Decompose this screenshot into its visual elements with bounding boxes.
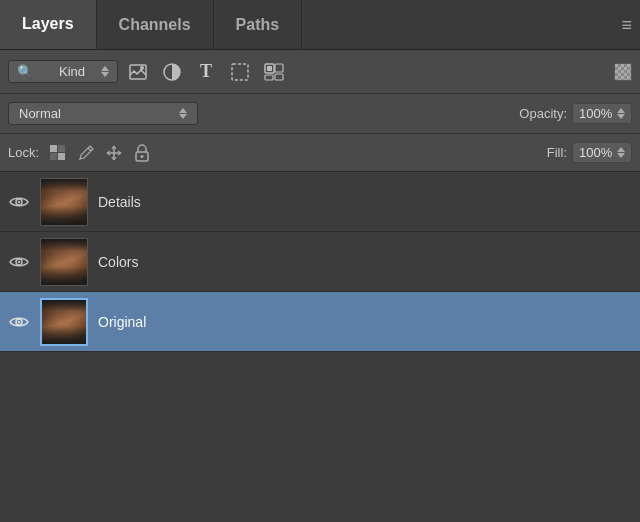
tab-layers[interactable]: Layers xyxy=(0,0,97,49)
layer-thumb-colors xyxy=(40,238,88,286)
fill-spinner-up-icon xyxy=(617,147,625,152)
smart-filter-icon[interactable] xyxy=(260,58,288,86)
color-sample-icon xyxy=(614,63,632,81)
fill-spinner-down-icon xyxy=(617,153,625,158)
layer-list: Details Colors Original xyxy=(0,172,640,352)
blend-spinner-down-icon xyxy=(179,114,187,119)
svg-point-18 xyxy=(18,260,20,262)
svg-rect-11 xyxy=(50,153,57,160)
opacity-spinner-up-icon xyxy=(617,108,625,113)
opacity-section: Opacity: 100% xyxy=(519,103,632,124)
tab-channels[interactable]: Channels xyxy=(97,0,214,49)
opacity-input[interactable]: 100% xyxy=(572,103,632,124)
layer-name-details: Details xyxy=(98,194,141,210)
kind-filter-dropdown[interactable]: 🔍 Kind xyxy=(8,60,118,83)
svg-rect-7 xyxy=(265,75,273,80)
svg-point-14 xyxy=(141,155,144,158)
lock-image-pixels-icon[interactable] xyxy=(75,142,97,164)
layer-name-original: Original xyxy=(98,314,146,330)
svg-rect-9 xyxy=(50,145,57,152)
filter-toolbar: 🔍 Kind T xyxy=(0,50,640,94)
search-icon: 🔍 xyxy=(17,64,55,79)
lock-position-icon[interactable] xyxy=(103,142,125,164)
layer-item-original[interactable]: Original xyxy=(0,292,640,352)
svg-point-1 xyxy=(140,66,144,70)
lock-all-icon[interactable] xyxy=(131,142,153,164)
type-filter-icon[interactable]: T xyxy=(192,58,220,86)
blend-opacity-toolbar: Normal Opacity: 100% xyxy=(0,94,640,134)
tab-bar: Layers Channels Paths ≡ xyxy=(0,0,640,50)
fill-spinner[interactable] xyxy=(617,147,625,158)
spinner-up-icon xyxy=(101,66,109,71)
lock-label: Lock: xyxy=(8,145,39,160)
opacity-label: Opacity: xyxy=(519,106,567,121)
adjustment-filter-icon[interactable] xyxy=(158,58,186,86)
blend-mode-dropdown[interactable]: Normal xyxy=(8,102,198,125)
opacity-spinner-down-icon xyxy=(617,114,625,119)
lock-fill-toolbar: Lock: F xyxy=(0,134,640,172)
svg-rect-10 xyxy=(58,145,65,152)
fill-label: Fill: xyxy=(547,145,567,160)
spinner-down-icon xyxy=(101,72,109,77)
svg-point-20 xyxy=(18,320,20,322)
blend-spinner[interactable] xyxy=(179,108,187,119)
svg-rect-6 xyxy=(275,64,283,72)
svg-rect-5 xyxy=(267,66,272,71)
svg-rect-3 xyxy=(232,64,248,80)
layer-item-colors[interactable]: Colors xyxy=(0,232,640,292)
layer-visibility-details[interactable] xyxy=(8,191,30,213)
tab-paths[interactable]: Paths xyxy=(214,0,303,49)
layer-visibility-colors[interactable] xyxy=(8,251,30,273)
layer-visibility-original[interactable] xyxy=(8,311,30,333)
fill-section: Fill: 100% xyxy=(547,142,632,163)
blend-spinner-up-icon xyxy=(179,108,187,113)
layer-name-colors: Colors xyxy=(98,254,138,270)
layer-item-details[interactable]: Details xyxy=(0,172,640,232)
layer-thumb-details xyxy=(40,178,88,226)
layer-thumb-original xyxy=(40,298,88,346)
kind-spinner[interactable] xyxy=(101,66,109,77)
lock-transparent-icon[interactable] xyxy=(47,142,69,164)
shape-filter-icon[interactable] xyxy=(226,58,254,86)
svg-point-16 xyxy=(18,200,20,202)
svg-rect-8 xyxy=(275,74,283,80)
opacity-spinner[interactable] xyxy=(617,108,625,119)
fill-input[interactable]: 100% xyxy=(572,142,632,163)
panel-menu-button[interactable]: ≡ xyxy=(621,14,632,35)
pixel-filter-icon[interactable] xyxy=(124,58,152,86)
svg-rect-12 xyxy=(58,153,65,160)
